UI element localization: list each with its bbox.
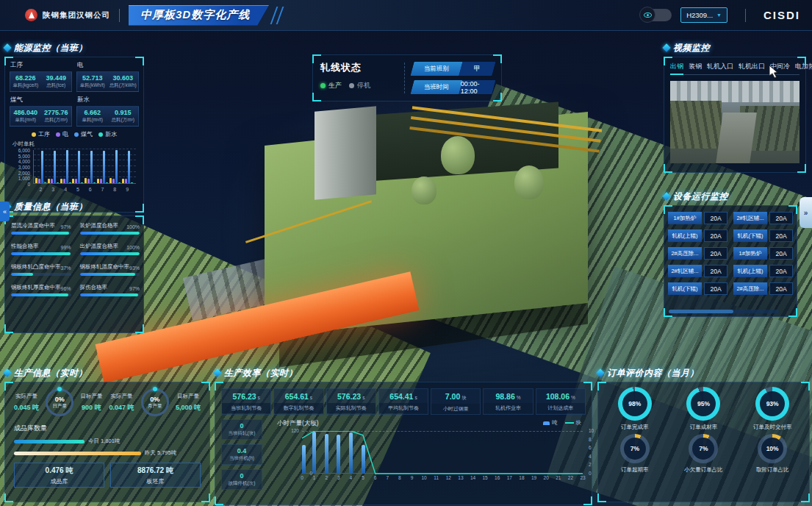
stat-label: 轧机作业率 (484, 403, 532, 413)
camera-tab-2[interactable]: 轧机入口 (707, 62, 733, 71)
axis-tick-label: 3 (334, 475, 343, 480)
quality-panel-title: 质量信息（当班） (14, 201, 87, 213)
page-title: 中厚板3D数字化产线 (140, 8, 250, 22)
device-name: 2#轧区辅... (668, 265, 702, 277)
order-gauge: 10%取留订单占比 (739, 434, 806, 474)
equipment-monitor-panel: 设备运行监控 1#加热炉20A2#轧区辅...20A轧机(上辊)20A轧机(下辊… (664, 190, 797, 317)
visibility-toggle[interactable] (641, 9, 672, 21)
shift-time-chip: 当班时间 00:00-12:00 (410, 80, 495, 94)
efficiency-side-stat: 0当班待轧(块) (221, 419, 262, 440)
stat-value: 108.06 (546, 392, 570, 401)
title-slash-decoration (276, 7, 284, 24)
header-divider (119, 9, 120, 22)
stat-label: 实际轧制节奏 (327, 403, 376, 413)
donut-ring: 7% (689, 434, 718, 463)
equipment-panel-title: 设备运行监控 (673, 190, 728, 203)
device-readout: 1#加热炉20A (668, 212, 727, 224)
legend-item: 煤气 (74, 130, 93, 138)
stat-value: 0 (223, 472, 261, 480)
legend-item: 工序 (32, 130, 50, 138)
legend-dot (56, 132, 60, 137)
video-panel-title: 视频监控 (673, 42, 710, 54)
stat-unit: s (310, 395, 312, 400)
device-readout: 1#加热炉20A (733, 247, 793, 260)
legend-label: 块 (576, 419, 582, 427)
efficiency-side-stat: 0故障停机(次) (221, 469, 262, 490)
legend-label: 新水 (105, 130, 117, 138)
scrollbar-thumb[interactable] (669, 310, 733, 313)
stat-value: 98.86 (496, 392, 515, 401)
panel-diamond-icon (662, 43, 670, 51)
collapse-panel-right-button[interactable]: » (800, 197, 812, 228)
device-value: 20A (769, 282, 793, 295)
energy-group: 新水6.662单耗(m³/t)0.915总耗(万m³) (76, 95, 139, 126)
slab-stock-label: 板坯库 (147, 477, 165, 485)
gauge-value: 0% (55, 396, 65, 403)
prod-stat-value: 900 吨 (80, 403, 102, 413)
camera-tab-0[interactable]: 出钢 (670, 62, 683, 71)
axis-tick-label: 1,000 (11, 176, 30, 181)
progress-bar (11, 293, 71, 296)
bar (66, 150, 68, 183)
efficiency-side-stats: 0当班待轧(块)0.4当班停机(h)0故障停机(次) (221, 419, 262, 499)
camera-tab-1[interactable]: 装钢 (689, 62, 702, 71)
order-gauge-value: 93% (766, 400, 779, 407)
device-value: 20A (769, 247, 793, 260)
collapse-panel-left-button[interactable]: « (0, 202, 10, 221)
device-name: 轧机(下辊) (733, 229, 767, 242)
efficiency-stat: 654.41s平均轧制节奏 (378, 388, 428, 415)
axis-tick-label: 120 (281, 428, 299, 433)
donut-ring: 98% (618, 387, 652, 421)
axis-tick-label: 6,000 (11, 148, 30, 153)
bar (115, 150, 118, 183)
device-name: 2#高压除... (733, 282, 767, 295)
quality-value: 93% (129, 266, 140, 271)
legend-label: 吨 (552, 419, 558, 427)
stopped-status-dot (349, 83, 354, 88)
energy-monitor-panel: 能源监控（当班） 工序68.226单耗(kgce/t)39.449总耗(tce)… (4, 41, 144, 213)
legend-item: 新水 (98, 130, 117, 138)
order-gauge-label: 订单成材率 (690, 424, 718, 431)
order-gauge-value: 95% (697, 400, 710, 407)
progress-fill (80, 252, 140, 255)
progress-bar (80, 273, 140, 276)
bar (100, 179, 102, 183)
order-gauge-value: 10% (766, 445, 779, 452)
equipment-scrollbar (669, 310, 779, 313)
bar (85, 178, 87, 183)
efficiency-stat: 654.61s数字轧制节奏 (273, 388, 323, 415)
bar (57, 182, 59, 183)
energy-stat: 30.603总耗(万kWh) (108, 72, 139, 91)
heat-number-dropdown[interactable]: H2309... ▼ (680, 7, 727, 23)
panel-diamond-icon (662, 192, 670, 200)
energy-value: 0.915 (109, 109, 137, 116)
legend-dot (74, 132, 79, 137)
axis-tick-label: 9 (122, 187, 133, 192)
progress-bar (11, 273, 71, 276)
quality-item: 出炉温度合格率100% (80, 243, 140, 255)
prod-stat-value: 0.045 吨 (14, 403, 39, 413)
mill-drum (441, 136, 475, 174)
camera-tab-5[interactable]: 电加热 (795, 62, 812, 71)
energy-unit-label: 总耗(tce) (43, 82, 71, 89)
stat-label: 当班停机(h) (223, 455, 261, 462)
progress-bar (80, 252, 140, 255)
device-name: 1#加热炉 (668, 212, 702, 224)
bar (122, 179, 124, 183)
energy-stat: 52.713单耗(kWh/t) (77, 72, 108, 91)
slab-stock-value: 8876.72 吨 (137, 466, 173, 476)
camera-feed[interactable] (670, 81, 800, 163)
actual-output-stat: 实际产量0.045 吨 (14, 393, 39, 413)
energy-stat: 68.226单耗(kgce/t) (10, 72, 41, 91)
camera-tab-3[interactable]: 轧机出口 (739, 62, 765, 71)
stock-bar-row: 今日 1,801吨 (14, 438, 201, 445)
production-panel-title: 生产信息（实时） (14, 367, 87, 380)
energy-group: 工序68.226单耗(kgce/t)39.449总耗(tce) (10, 60, 72, 92)
quality-value: 99% (61, 245, 71, 250)
heat-number-value: H2309... (686, 11, 713, 19)
quality-label: 钢板终轧凸度命中率 (11, 263, 61, 271)
axis-tick-label: 20 (542, 475, 550, 480)
company-logo-icon (25, 9, 37, 21)
bar (78, 151, 80, 183)
device-readout: 轧机(下辊)20A (668, 282, 727, 295)
